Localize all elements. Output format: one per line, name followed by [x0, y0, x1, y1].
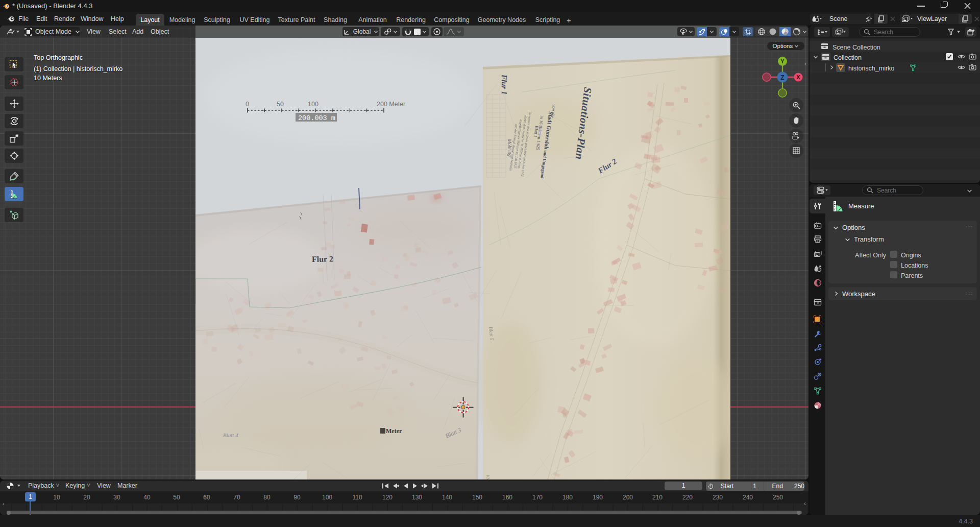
svg-text:KM 1,2: KM 1,2 [485, 475, 490, 480]
svg-text:Meter: Meter [386, 427, 402, 435]
svg-text:Y: Y [780, 58, 785, 64]
svg-text:Flur 2: Flur 2 [312, 254, 333, 264]
svg-text:Flur 1: Flur 1 [500, 74, 508, 95]
svg-text:50: 50 [277, 101, 284, 108]
svg-text:100: 100 [308, 101, 318, 108]
svg-text:Möhring: Möhring [507, 138, 513, 157]
svg-text:Blatt 5: Blatt 5 [488, 326, 495, 341]
svg-text:Z: Z [780, 74, 784, 81]
svg-text:Blatt 4: Blatt 4 [223, 432, 238, 438]
svg-text:0: 0 [246, 101, 249, 108]
svg-text:200 Meter: 200 Meter [377, 101, 405, 108]
svg-text:X: X [796, 74, 800, 80]
svg-text:200.003 m: 200.003 m [298, 114, 335, 122]
